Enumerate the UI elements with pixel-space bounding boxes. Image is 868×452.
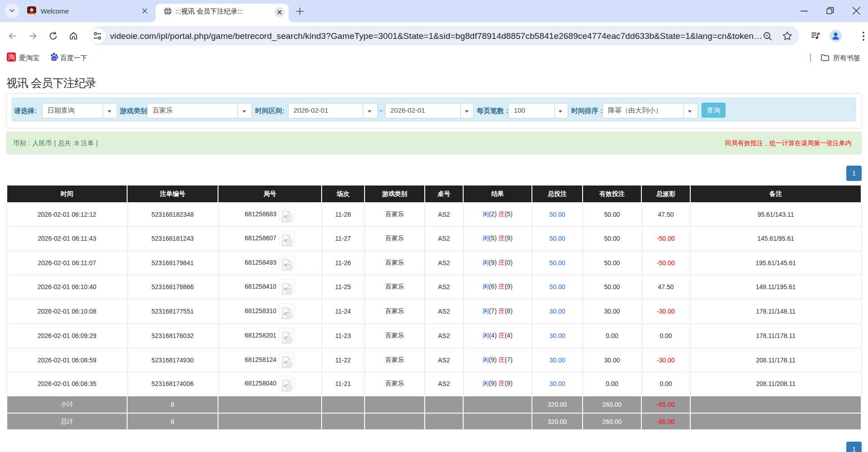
svg-text:du: du bbox=[52, 57, 56, 60]
